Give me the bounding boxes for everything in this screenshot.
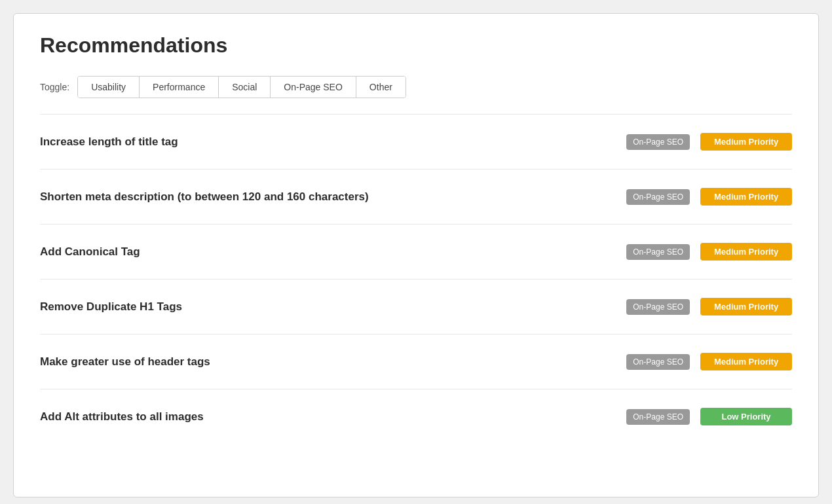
recommendation-badges: On-Page SEOMedium Priority	[626, 243, 792, 261]
table-row: Add Alt attributes to all imagesOn-Page …	[40, 389, 792, 444]
recommendation-text: Increase length of title tag	[40, 135, 626, 149]
priority-badge: Medium Priority	[700, 188, 792, 206]
category-badge: On-Page SEO	[626, 244, 690, 260]
priority-badge: Low Priority	[700, 408, 792, 425]
category-badge: On-Page SEO	[626, 299, 690, 315]
recommendation-badges: On-Page SEOMedium Priority	[626, 188, 792, 206]
page-title: Recommendations	[40, 33, 792, 58]
tab-other[interactable]: Other	[356, 77, 406, 98]
priority-badge: Medium Priority	[700, 243, 792, 261]
table-row: Increase length of title tagOn-Page SEOM…	[40, 115, 792, 170]
recommendation-badges: On-Page SEOLow Priority	[626, 408, 792, 425]
recommendation-badges: On-Page SEOMedium Priority	[626, 298, 792, 315]
table-row: Add Canonical TagOn-Page SEOMedium Prior…	[40, 225, 792, 279]
recommendation-badges: On-Page SEOMedium Priority	[626, 133, 792, 151]
category-badge: On-Page SEO	[626, 134, 690, 150]
category-badge: On-Page SEO	[626, 409, 690, 425]
priority-badge: Medium Priority	[700, 298, 792, 315]
recommendation-text: Remove Duplicate H1 Tags	[40, 300, 626, 314]
recommendations-card: Recommendations Toggle: Usability Perfor…	[13, 13, 819, 497]
category-badge: On-Page SEO	[626, 189, 690, 205]
toggle-tabs: Usability Performance Social On-Page SEO…	[77, 76, 406, 98]
table-row: Make greater use of header tagsOn-Page S…	[40, 334, 792, 389]
table-row: Shorten meta description (to between 120…	[40, 170, 792, 225]
tab-usability[interactable]: Usability	[78, 77, 140, 98]
recommendations-list: Increase length of title tagOn-Page SEOM…	[40, 115, 792, 444]
tab-social[interactable]: Social	[219, 77, 271, 98]
recommendation-text: Shorten meta description (to between 120…	[40, 190, 626, 204]
priority-badge: Medium Priority	[700, 353, 792, 370]
category-badge: On-Page SEO	[626, 354, 690, 370]
toggle-label: Toggle:	[40, 82, 69, 92]
recommendation-text: Add Canonical Tag	[40, 245, 626, 259]
tab-on-page-seo[interactable]: On-Page SEO	[271, 77, 356, 98]
table-row: Remove Duplicate H1 TagsOn-Page SEOMediu…	[40, 279, 792, 334]
recommendation-text: Make greater use of header tags	[40, 355, 626, 369]
toggle-row: Toggle: Usability Performance Social On-…	[40, 76, 792, 98]
recommendation-badges: On-Page SEOMedium Priority	[626, 353, 792, 370]
recommendation-text: Add Alt attributes to all images	[40, 410, 626, 423]
priority-badge: Medium Priority	[700, 133, 792, 151]
tab-performance[interactable]: Performance	[140, 77, 219, 98]
